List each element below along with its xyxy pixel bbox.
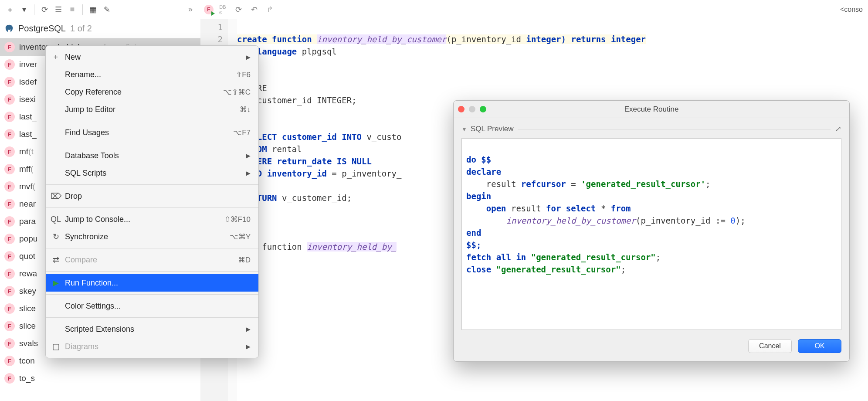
popout-icon[interactable]: ⤢ — [835, 124, 841, 134]
console-label: <conso — [840, 6, 865, 14]
refresh-icon[interactable]: ⟳ — [38, 3, 51, 16]
collapse-icon[interactable]: » — [184, 3, 197, 16]
function-name: quot — [19, 251, 35, 261]
menu-shortcut: ⇧⌘F10 — [224, 215, 251, 224]
menu-item-icon: ⇄ — [50, 255, 61, 265]
function-icon: F — [4, 321, 15, 331]
editor-toolbar: F DB⎋ ⟳ ↶ ↱ <conso — [200, 0, 868, 19]
function-icon: F — [4, 181, 15, 192]
stop-icon[interactable]: ■ — [66, 3, 79, 16]
menu-item[interactable]: Database Tools▶ — [46, 147, 258, 164]
sql-preview-box[interactable]: do $$ declare result refcursor = 'genera… — [461, 138, 841, 330]
function-icon: F — [4, 112, 15, 122]
menu-item-icon: ▶ — [50, 278, 61, 288]
menu-item-label: Diagrams — [65, 342, 98, 351]
step-icon[interactable]: ↱ — [263, 3, 276, 16]
function-icon: F — [4, 303, 15, 314]
menu-item[interactable]: ⌦Drop — [46, 187, 258, 205]
menu-item[interactable]: Find Usages⌥F7 — [46, 124, 258, 141]
function-name: svals — [19, 339, 38, 348]
menu-item-label: Database Tools — [65, 151, 119, 160]
menu-item[interactable]: SQL Scripts▶ — [46, 164, 258, 182]
function-name: inver — [19, 60, 37, 69]
dialog-titlebar[interactable]: Execute Routine — [454, 101, 849, 118]
dialog-footer: Cancel OK — [454, 336, 849, 361]
menu-item[interactable]: Color Settings... — [46, 297, 258, 315]
function-name: to_s — [19, 374, 35, 383]
menu-separator — [46, 271, 258, 272]
dialog-title: Execute Routine — [454, 105, 849, 114]
chevron-right-icon: ▶ — [246, 326, 251, 333]
function-name: tcon — [19, 356, 35, 366]
function-name: isdef — [19, 77, 37, 87]
database-toolbar: ＋ ▾ ⟳ ☰ ■ ▦ ✎ » — [0, 0, 200, 19]
function-icon: F — [4, 234, 15, 244]
menu-item[interactable]: Rename...⇧F6 — [46, 66, 258, 83]
sql-preview-label: SQL Preview — [471, 125, 514, 133]
function-icon: F — [4, 164, 15, 174]
menu-item[interactable]: ▶Run Function... — [46, 274, 258, 292]
menu-item[interactable]: +New▶ — [46, 48, 258, 66]
ok-button[interactable]: OK — [798, 339, 841, 353]
menu-shortcut: ⌥⌘Y — [230, 232, 251, 241]
run-function-icon[interactable]: F — [204, 5, 214, 14]
datasource-name: PostgreSQL — [18, 24, 66, 34]
menu-item: ◫Diagrams▶ — [46, 338, 258, 355]
function-name: mvf( — [19, 182, 35, 191]
function-name: isexi — [19, 95, 36, 104]
menu-item[interactable]: Scripted Extensions▶ — [46, 320, 258, 338]
menu-item[interactable]: QLJump to Console...⇧⌘F10 — [46, 211, 258, 228]
window-controls[interactable] — [458, 106, 486, 112]
refresh-editor-icon[interactable]: ⟳ — [232, 3, 245, 16]
function-icon: F — [4, 129, 15, 139]
function-icon: F — [4, 216, 15, 227]
zoom-icon[interactable] — [480, 106, 486, 112]
chevron-right-icon: ▶ — [246, 54, 251, 61]
menu-item-label: Drop — [65, 192, 82, 201]
db-icon[interactable]: DB⎋ — [216, 3, 229, 16]
menu-item-icon: ◫ — [50, 342, 61, 351]
function-icon: F — [4, 268, 15, 279]
edit-icon[interactable]: ✎ — [100, 3, 113, 16]
menu-item-label: Scripted Extensions — [65, 325, 134, 334]
function-name: last_ — [19, 112, 37, 122]
menu-item-label: Color Settings... — [65, 302, 121, 311]
function-name: near — [19, 199, 36, 209]
menu-item-label: New — [65, 53, 81, 62]
function-name: last_ — [19, 129, 37, 139]
filter-icon[interactable]: ☰ — [52, 3, 65, 16]
menu-item[interactable]: Copy Reference⌥⇧⌘C — [46, 83, 258, 101]
table-icon[interactable]: ▦ — [86, 3, 99, 16]
menu-item: ⇄Compare⌘D — [46, 251, 258, 268]
new-icon[interactable]: ＋ — [3, 3, 17, 16]
datasource-count: 1 of 2 — [70, 24, 92, 34]
menu-item-label: Jump to Console... — [65, 215, 130, 224]
minimize-icon — [469, 106, 475, 112]
datasource-header[interactable]: PostgreSQL 1 of 2 — [0, 19, 200, 38]
menu-item-label: Rename... — [65, 70, 101, 79]
expand-icon[interactable]: ▾ — [17, 3, 31, 16]
function-icon: F — [4, 94, 15, 105]
function-name: skey — [19, 286, 36, 296]
function-icon: F — [4, 42, 15, 52]
postgresql-icon — [4, 24, 14, 34]
sidebar-item-function[interactable]: Fto_s — [0, 370, 200, 387]
menu-item[interactable]: ↻Synchronize⌥⌘Y — [46, 228, 258, 245]
menu-item-label: Jump to Editor — [65, 105, 115, 114]
sql-preview-header[interactable]: ▼ SQL Preview ⤢ — [461, 124, 841, 134]
function-name: rewa — [19, 269, 37, 279]
function-icon: F — [4, 59, 15, 70]
function-name: para — [19, 217, 36, 226]
menu-separator — [46, 121, 258, 121]
function-icon: F — [4, 338, 15, 349]
menu-shortcut: ⌥F7 — [233, 128, 251, 137]
undo-icon[interactable]: ↶ — [248, 3, 261, 16]
chevron-down-icon[interactable]: ▼ — [461, 126, 467, 133]
chevron-right-icon: ▶ — [246, 152, 251, 159]
function-name: slice — [19, 304, 36, 313]
function-name: mff( — [19, 164, 33, 174]
menu-separator — [46, 248, 258, 248]
cancel-button[interactable]: Cancel — [748, 339, 792, 353]
menu-item[interactable]: Jump to Editor⌘↓ — [46, 101, 258, 118]
close-icon[interactable] — [458, 106, 465, 112]
